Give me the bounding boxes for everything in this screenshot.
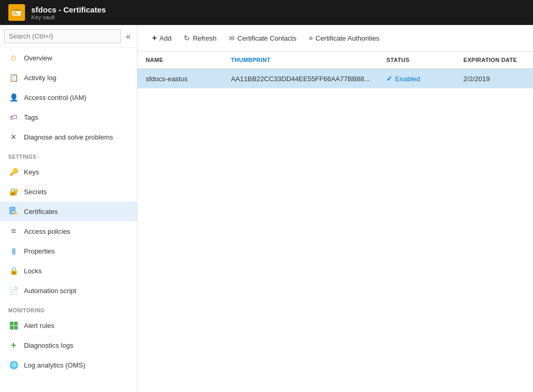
svg-rect-12 <box>10 326 14 330</box>
certificate-contacts-button[interactable]: ✉ Certificate Contacts <box>223 31 302 45</box>
col-header-name: NAME <box>137 52 223 69</box>
automation-script-icon: 📄 <box>8 285 19 296</box>
certificates-table: NAME THUMBPRINT STATUS EXPIRATION DATE s… <box>137 52 533 88</box>
sidebar-item-overview[interactable]: ⊙ Overview <box>0 48 137 68</box>
sidebar-item-diagnose[interactable]: ✕ Diagnose and solve problems <box>0 127 137 147</box>
cell-expiry: 2/2/2019 <box>455 69 533 88</box>
access-policies-icon: ≡ <box>8 226 19 236</box>
contacts-label: Certificate Contacts <box>237 34 296 42</box>
sidebar-item-automation-script-label: Automation script <box>24 287 76 295</box>
sidebar-collapse-button[interactable]: « <box>124 31 133 42</box>
table-area: NAME THUMBPRINT STATUS EXPIRATION DATE s… <box>137 52 533 392</box>
sidebar-item-secrets[interactable]: 🔐 Secrets <box>0 182 137 201</box>
sidebar-item-automation-script[interactable]: 📄 Automation script <box>0 281 137 300</box>
search-input[interactable] <box>4 29 121 43</box>
sidebar-search-row: « <box>0 25 137 48</box>
sidebar-item-tags[interactable]: 🏷 Tags <box>0 107 137 127</box>
add-label: Add <box>159 34 171 42</box>
header-title-main: sfdocs - Certificates <box>31 5 106 14</box>
properties-icon: ||| <box>8 246 19 256</box>
sidebar-item-activity-log-label: Activity log <box>24 74 56 82</box>
sidebar-item-alert-rules[interactable]: Alert rules <box>0 315 137 335</box>
sidebar-item-activity-log[interactable]: 📋 Activity log <box>0 68 137 87</box>
sidebar-item-log-analytics-label: Log analytics (OMS) <box>24 361 85 369</box>
sidebar-item-locks-label: Locks <box>24 267 42 275</box>
sidebar-item-access-policies[interactable]: ≡ Access policies <box>0 221 137 241</box>
svg-rect-1 <box>12 9 21 11</box>
sidebar-item-log-analytics[interactable]: 🌐 Log analytics (OMS) <box>0 355 137 375</box>
refresh-button[interactable]: ↻ Refresh <box>177 31 223 45</box>
sidebar-item-diagnostics-logs[interactable]: + Diagnostics logs <box>0 335 137 355</box>
tags-icon: 🏷 <box>8 112 19 122</box>
sidebar-item-keys[interactable]: 🔑 Keys <box>0 162 137 182</box>
svg-rect-10 <box>10 322 14 325</box>
activity-log-icon: 📋 <box>8 72 19 83</box>
header-title: sfdocs - Certificates Key vault <box>31 5 106 20</box>
main-layout: « ⊙ Overview 📋 Activity log 👤 Access con… <box>0 25 533 392</box>
diagnose-icon: ✕ <box>8 132 19 142</box>
certificates-icon: ★ <box>8 206 19 217</box>
sidebar-item-access-policies-label: Access policies <box>24 227 70 235</box>
diagnostics-logs-icon: + <box>8 340 19 350</box>
sidebar-item-properties[interactable]: ||| Properties <box>0 241 137 261</box>
locks-icon: 🔒 <box>8 265 19 276</box>
alert-rules-icon <box>8 320 19 331</box>
sidebar-item-locks[interactable]: 🔒 Locks <box>0 261 137 281</box>
add-icon: + <box>152 33 157 43</box>
sidebar-scroll: ⊙ Overview 📋 Activity log 👤 Access contr… <box>0 48 137 392</box>
col-header-status: STATUS <box>378 52 455 69</box>
sidebar-item-keys-label: Keys <box>24 168 39 176</box>
header-subtitle: Key vault <box>31 14 106 20</box>
table-header-row: NAME THUMBPRINT STATUS EXPIRATION DATE <box>137 52 533 69</box>
overview-icon: ⊙ <box>8 53 19 63</box>
svg-rect-5 <box>11 209 14 209</box>
cell-thumbprint: AA11BB22CC33DD44EE55FF66AA77BB88... <box>223 69 378 88</box>
sidebar-item-access-control[interactable]: 👤 Access control (IAM) <box>0 87 137 107</box>
svg-rect-3 <box>14 14 18 15</box>
sidebar: « ⊙ Overview 📋 Activity log 👤 Access con… <box>0 25 137 392</box>
cell-name: sfdocs-eastus <box>137 69 223 88</box>
header-bar: sfdocs - Certificates Key vault <box>0 0 533 25</box>
log-analytics-icon: 🌐 <box>8 360 19 370</box>
refresh-icon: ↻ <box>184 34 190 42</box>
cell-status: ✓ Enabled <box>378 69 455 88</box>
status-text: Enabled <box>395 75 420 83</box>
refresh-label: Refresh <box>193 34 217 42</box>
sidebar-item-properties-label: Properties <box>24 247 55 255</box>
sidebar-item-diagnostics-logs-label: Diagnostics logs <box>24 342 73 349</box>
certificate-authorities-button[interactable]: ≡ Certificate Authorities <box>302 31 385 45</box>
svg-rect-11 <box>14 322 18 325</box>
sidebar-item-diagnose-label: Diagnose and solve problems <box>24 133 113 141</box>
table-row[interactable]: sfdocs-eastus AA11BB22CC33DD44EE55FF66AA… <box>137 69 533 88</box>
secrets-icon: 🔐 <box>8 186 19 197</box>
settings-section-header: SETTINGS <box>0 147 137 162</box>
authorities-icon: ≡ <box>309 34 313 42</box>
sidebar-item-certificates[interactable]: ★ Certificates <box>0 201 137 221</box>
content-area: + Add ↻ Refresh ✉ Certificate Contacts ≡… <box>137 25 533 392</box>
status-check-icon: ✓ <box>386 74 392 83</box>
svg-rect-6 <box>11 210 14 211</box>
svg-rect-2 <box>14 12 16 13</box>
sidebar-item-tags-label: Tags <box>24 113 38 121</box>
toolbar: + Add ↻ Refresh ✉ Certificate Contacts ≡… <box>137 25 533 52</box>
svg-rect-13 <box>14 326 18 330</box>
add-button[interactable]: + Add <box>146 30 177 46</box>
authorities-label: Certificate Authorities <box>315 34 379 42</box>
app-icon <box>8 4 25 21</box>
access-control-icon: 👤 <box>8 92 19 103</box>
monitoring-section-header: MONITORING <box>0 300 137 315</box>
col-header-expiry: EXPIRATION DATE <box>455 52 533 69</box>
contacts-icon: ✉ <box>229 34 235 42</box>
sidebar-item-overview-label: Overview <box>24 54 52 62</box>
col-header-thumbprint: THUMBPRINT <box>223 52 378 69</box>
svg-rect-7 <box>11 212 12 212</box>
sidebar-item-alert-rules-label: Alert rules <box>24 322 55 330</box>
sidebar-item-access-control-label: Access control (IAM) <box>24 94 86 102</box>
keys-icon: 🔑 <box>8 167 19 177</box>
sidebar-item-secrets-label: Secrets <box>24 188 47 196</box>
sidebar-item-certificates-label: Certificates <box>24 208 58 216</box>
